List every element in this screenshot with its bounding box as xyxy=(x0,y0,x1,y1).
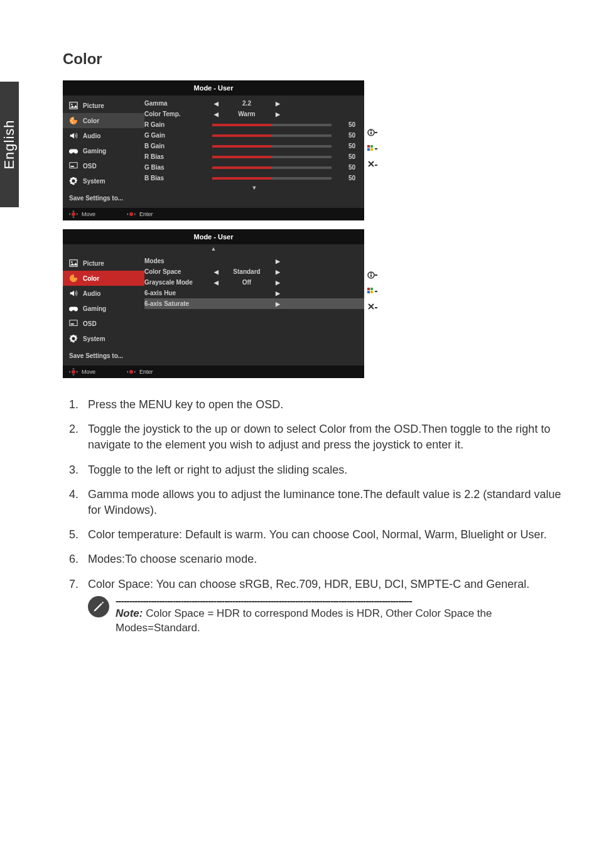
right-arrow-icon[interactable]: ▶ xyxy=(274,269,281,275)
close-icon[interactable] xyxy=(367,300,378,316)
osd1-header: Mode - User xyxy=(63,80,364,95)
nav-picture[interactable]: Picture xyxy=(63,98,144,113)
scroll-up-icon[interactable]: ▲ xyxy=(63,244,364,253)
svg-rect-27 xyxy=(367,291,370,293)
right-arrow-icon[interactable]: ▶ xyxy=(274,279,281,286)
section-title: Color xyxy=(63,50,568,68)
nav-picture[interactable]: Picture xyxy=(63,256,144,271)
left-arrow-icon[interactable]: ◀ xyxy=(212,111,220,117)
slider[interactable] xyxy=(212,145,332,148)
slider[interactable] xyxy=(212,177,332,180)
language-tab: English xyxy=(0,82,19,207)
footer-enter: Enter xyxy=(127,210,153,218)
step-3: Toggle to the left or right to adjust th… xyxy=(82,462,568,478)
gaming-icon xyxy=(69,146,78,155)
gear-icon xyxy=(69,334,78,343)
svg-rect-17 xyxy=(70,260,77,267)
row-colorspace[interactable]: Color Space◀Standard▶ xyxy=(144,266,364,277)
left-arrow-icon[interactable]: ◀ xyxy=(212,100,220,107)
right-arrow-icon[interactable]: ▶ xyxy=(274,301,281,307)
save-settings[interactable]: Save Settings to... xyxy=(63,346,144,363)
step-7: Color Space: You can choose sRGB, Rec.70… xyxy=(82,577,568,636)
svg-rect-24 xyxy=(375,274,377,276)
joystick-icon xyxy=(69,210,78,218)
row-bgain[interactable]: B Gain50 xyxy=(144,141,364,151)
svg-rect-13 xyxy=(367,148,370,151)
row-gamma[interactable]: Gamma◀2.2▶ xyxy=(144,98,364,109)
nav-osd[interactable]: OSD xyxy=(63,158,144,173)
info-icon[interactable] xyxy=(367,267,378,283)
osd-icon xyxy=(69,319,78,328)
slider[interactable] xyxy=(212,166,332,169)
slider[interactable] xyxy=(212,124,332,126)
osd-side-buttons xyxy=(367,124,378,173)
right-arrow-icon[interactable]: ▶ xyxy=(274,290,281,296)
right-arrow-icon[interactable]: ▶ xyxy=(274,258,281,264)
close-icon[interactable] xyxy=(367,157,378,173)
slider[interactable] xyxy=(212,134,332,137)
slider[interactable] xyxy=(212,156,332,158)
footer-move: Move xyxy=(69,368,95,376)
svg-rect-15 xyxy=(375,148,377,149)
svg-rect-6 xyxy=(71,166,74,167)
audio-icon xyxy=(69,131,78,140)
right-arrow-icon[interactable]: ▶ xyxy=(274,111,281,117)
footer-enter: Enter xyxy=(127,368,153,376)
scroll-down-icon[interactable]: ▼ xyxy=(144,183,364,192)
nav-color[interactable]: Color xyxy=(63,271,144,286)
row-6axis-hue[interactable]: 6-axis Hue▶ xyxy=(144,288,364,298)
nav-audio[interactable]: Audio xyxy=(63,286,144,301)
row-ggain[interactable]: G Gain50 xyxy=(144,130,364,141)
row-colortemp[interactable]: Color Temp.◀Warm▶ xyxy=(144,109,364,119)
step-6: Modes:To choose scenario mode. xyxy=(82,551,568,567)
osd-panel-1: Mode - User Picture Color Audio Gaming O… xyxy=(63,80,364,220)
svg-point-2 xyxy=(71,120,72,121)
audio-icon xyxy=(69,289,78,298)
svg-rect-10 xyxy=(375,132,377,133)
grid-icon[interactable] xyxy=(367,141,378,157)
svg-rect-30 xyxy=(375,307,377,308)
svg-rect-23 xyxy=(370,273,372,274)
row-rgain[interactable]: R Gain50 xyxy=(144,119,364,130)
gear-icon xyxy=(69,176,78,185)
row-grayscale[interactable]: Grayscale Mode◀Off▶ xyxy=(144,277,364,288)
nav-gaming[interactable]: Gaming xyxy=(63,143,144,158)
svg-point-1 xyxy=(71,104,72,105)
steps-list: Press the MENU key to open the OSD. Togg… xyxy=(63,397,568,636)
svg-rect-11 xyxy=(367,145,370,148)
svg-rect-22 xyxy=(370,274,372,277)
row-bbias[interactable]: B Bias50 xyxy=(144,173,364,183)
osd-side-buttons xyxy=(367,267,378,316)
nav-system[interactable]: System xyxy=(63,331,144,346)
joystick-icon xyxy=(127,368,136,376)
svg-rect-16 xyxy=(375,165,377,166)
osd-panel-2: Mode - User ▲ Picture Color Audio Gaming… xyxy=(63,229,364,378)
grid-icon[interactable] xyxy=(367,283,378,300)
svg-rect-26 xyxy=(370,288,373,290)
svg-rect-0 xyxy=(70,102,77,109)
svg-rect-20 xyxy=(71,323,74,325)
save-settings[interactable]: Save Settings to... xyxy=(63,188,144,205)
svg-rect-9 xyxy=(370,130,372,131)
nav-osd[interactable]: OSD xyxy=(63,316,144,331)
svg-point-18 xyxy=(71,261,72,263)
joystick-icon xyxy=(69,368,78,376)
right-arrow-icon[interactable]: ▶ xyxy=(274,100,281,107)
gaming-icon xyxy=(69,304,78,313)
info-icon[interactable] xyxy=(367,124,378,141)
svg-rect-8 xyxy=(370,132,372,134)
row-gbias[interactable]: G Bias50 xyxy=(144,162,364,173)
left-arrow-icon[interactable]: ◀ xyxy=(212,279,220,286)
svg-rect-5 xyxy=(70,163,77,168)
row-modes[interactable]: Modes▶ xyxy=(144,256,364,266)
nav-system[interactable]: System xyxy=(63,173,144,188)
color-icon xyxy=(69,274,78,283)
svg-rect-29 xyxy=(375,291,377,292)
step-4: Gamma mode allows you to adjust the lumi… xyxy=(82,487,568,518)
nav-color[interactable]: Color xyxy=(63,113,144,128)
row-6axis-saturate[interactable]: 6-axis Saturate▶ xyxy=(144,298,364,309)
nav-audio[interactable]: Audio xyxy=(63,128,144,143)
nav-gaming[interactable]: Gaming xyxy=(63,301,144,316)
row-rbias[interactable]: R Bias50 xyxy=(144,151,364,162)
left-arrow-icon[interactable]: ◀ xyxy=(212,269,220,275)
